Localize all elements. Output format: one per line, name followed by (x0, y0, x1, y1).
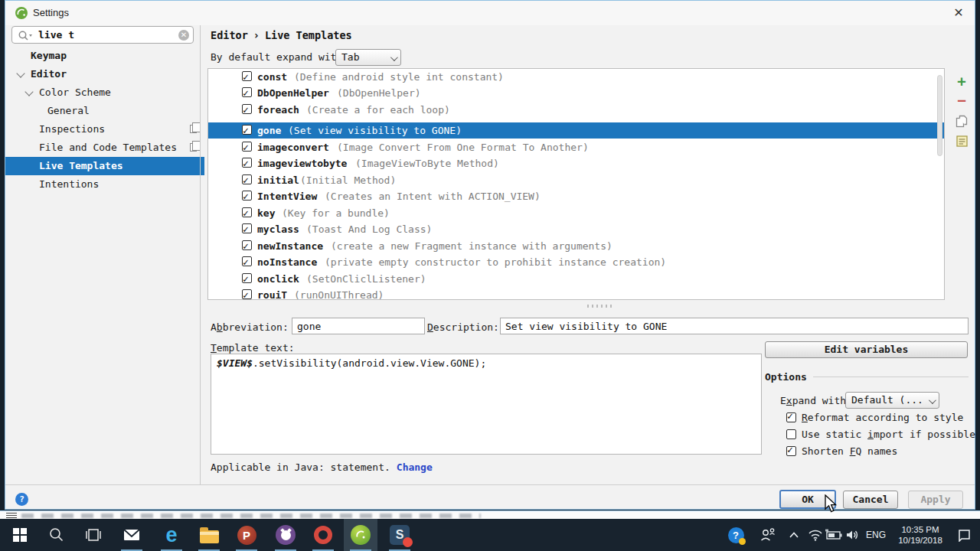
background-window-strip (0, 510, 980, 519)
change-link[interactable]: Change (397, 461, 433, 473)
clock[interactable]: 10:35 PM 10/19/2018 (890, 519, 951, 551)
sidebar-item-intentions[interactable]: Intentions (5, 175, 204, 194)
mail-icon[interactable] (115, 519, 149, 551)
template-row[interactable]: IntentView(Creates an Intent with ACTION… (208, 188, 944, 204)
clear-search-icon[interactable]: ✕ (178, 30, 189, 41)
template-row[interactable]: key(Key for a bundle) (208, 205, 944, 221)
cancel-button[interactable]: Cancel (843, 491, 898, 509)
template-code: .setVisibility(android.view.View.GONE); (253, 357, 486, 369)
task-view-icon[interactable] (77, 519, 110, 551)
clock-date: 10/19/2018 (898, 535, 942, 546)
template-row[interactable]: const(Define android style int constant) (208, 69, 944, 85)
opera-browser-icon[interactable] (306, 519, 340, 551)
chevron-down-icon (390, 54, 398, 61)
start-button-icon[interactable] (3, 519, 37, 551)
settings-dialog: Settings ✕ live t ✕ Keymap Editor Color … (5, 0, 975, 510)
checkbox[interactable] (786, 446, 796, 456)
checkbox[interactable] (242, 142, 252, 152)
sidebar-item-general[interactable]: General (5, 102, 204, 120)
checkbox[interactable] (242, 174, 252, 184)
background-window-marks (6, 513, 17, 518)
file-explorer-icon[interactable] (192, 519, 226, 551)
edit-variables-button[interactable]: Edit variables (765, 341, 968, 358)
template-row-partial (208, 296, 944, 300)
sidebar-item-live-templates[interactable]: Live Templates (5, 157, 204, 175)
expand-with-label: Expand with (780, 395, 846, 406)
copy-settings-icon (190, 143, 197, 152)
restore-defaults-icon[interactable] (953, 135, 970, 151)
template-row[interactable]: imageconvert(Image Convert From One Form… (208, 139, 944, 155)
help-tray-icon[interactable]: ? (724, 519, 747, 551)
sidebar-item-keymap[interactable]: Keymap (5, 47, 204, 65)
description-field[interactable] (500, 318, 969, 334)
taskbar: e P S ? ENG 10:35 PM 10/1 (0, 519, 980, 551)
sidebar-item-inspections[interactable]: Inspections (5, 120, 204, 139)
applicable-row: Applicable in Java: statement.Change (211, 461, 433, 473)
chevron-down-icon (24, 87, 33, 96)
checkbox[interactable] (242, 256, 252, 266)
abbreviation-field[interactable] (292, 318, 425, 334)
checkbox[interactable] (242, 87, 252, 97)
people-icon[interactable] (755, 519, 781, 551)
sidebar-divider (200, 25, 201, 484)
sidebar-item-color-scheme[interactable]: Color Scheme (5, 83, 204, 102)
checkbox[interactable] (786, 412, 796, 422)
template-list[interactable]: const(Define android style int constant)… (207, 68, 945, 300)
template-text-editor[interactable]: $VIEW$.setVisibility(android.view.View.G… (211, 354, 762, 455)
splitter-handle[interactable] (207, 301, 945, 314)
checkbox[interactable] (242, 207, 252, 217)
language-indicator[interactable]: ENG (862, 519, 890, 551)
sidebar-item-editor[interactable]: Editor (5, 65, 204, 83)
checkbox[interactable] (242, 104, 252, 114)
checkbox[interactable] (242, 240, 252, 250)
sidebar-item-file-and-code-templates[interactable]: File and Code Templates (5, 139, 204, 157)
checkbox[interactable] (786, 429, 796, 439)
hidden-icons-chevron-icon[interactable] (784, 519, 804, 551)
window-title: Settings (33, 7, 69, 18)
template-text-label: Template text: (211, 342, 295, 354)
checkbox[interactable] (242, 223, 252, 233)
ok-button[interactable]: OK (779, 490, 836, 509)
checkbox[interactable] (242, 273, 252, 283)
clock-time: 10:35 PM (901, 524, 939, 535)
template-row[interactable]: foreach(Create a for each loop) (208, 102, 944, 118)
add-template-icon[interactable]: + (953, 74, 970, 90)
shareit-icon[interactable]: S (383, 519, 416, 551)
android-studio-icon[interactable] (344, 519, 377, 551)
checkbox[interactable] (242, 191, 252, 201)
template-row-selected[interactable]: gone(Set view visibility to GONE) (208, 122, 944, 139)
search-icon[interactable] (40, 519, 74, 551)
android-studio-logo-icon (15, 6, 28, 20)
remove-template-icon[interactable]: — (953, 94, 970, 109)
expand-with-select[interactable]: Default (... (845, 392, 939, 409)
checkbox (242, 298, 252, 300)
chevron-down-icon (16, 69, 24, 77)
help-icon[interactable]: ? (15, 493, 28, 506)
drag-dots-icon (587, 305, 613, 308)
search-input[interactable]: live t ✕ (11, 26, 194, 44)
template-row[interactable]: DbOpenHelper(DbOpenHelper) (208, 85, 944, 101)
template-row[interactable]: newInstance(create a new Fragment instan… (208, 238, 944, 254)
psiphon-icon[interactable]: P (230, 519, 263, 551)
checkbox[interactable] (242, 158, 252, 168)
duplicate-template-icon[interactable] (953, 115, 970, 130)
scrollbar-thumb[interactable] (937, 75, 942, 156)
edge-browser-icon[interactable]: e (155, 519, 188, 551)
checkbox[interactable] (242, 71, 252, 81)
volume-icon[interactable] (842, 519, 864, 551)
copy-settings-icon (190, 125, 197, 133)
close-icon[interactable]: ✕ (949, 5, 969, 21)
checkbox[interactable] (242, 125, 252, 135)
title-bar: Settings ✕ (5, 1, 975, 25)
template-row[interactable]: onclick(SetOnCliclListener) (208, 271, 944, 287)
template-row[interactable]: imageviewtobyte(ImageViewToByte Method) (208, 155, 944, 171)
default-expand-select[interactable]: Tab (335, 49, 401, 66)
search-icon (18, 30, 34, 42)
action-center-icon[interactable] (951, 519, 977, 551)
template-row[interactable]: initial(Initial Method) (208, 172, 944, 188)
chevron-down-icon (929, 396, 936, 404)
template-row[interactable]: noInstance(private empty constructor to … (208, 254, 944, 270)
github-icon[interactable] (269, 519, 302, 551)
options-group-label: Options (765, 371, 807, 383)
template-row[interactable]: myclass(Toast And Log Class) (208, 221, 944, 237)
